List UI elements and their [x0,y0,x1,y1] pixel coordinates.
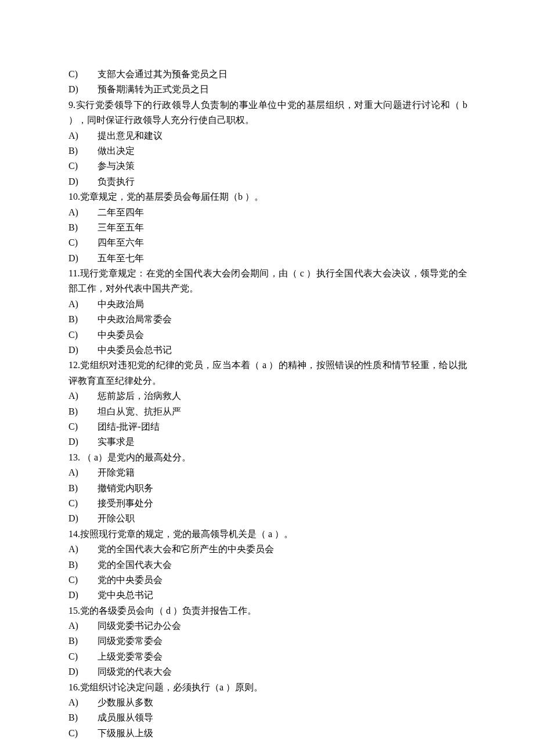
option-text: 党的全国代表大会 [98,557,467,573]
option-letter: C) [68,327,98,343]
option-letter: D) [68,588,98,603]
option-row: B)三年至五年 [68,220,467,235]
option-row: D)负责执行 [68,174,467,189]
option-row: D)预备期满转为正式党员之日 [68,82,467,97]
question-text: 11.现行党章规定：在党的全国代表大会闭会期间，由（ c ）执行全国代表大会决议… [68,266,467,297]
option-row: B)中央政治局常委会 [68,312,467,327]
option-row: C)接受刑事处分 [68,496,467,511]
option-row: C)参与决策 [68,159,467,174]
option-text: 上级党委常委会 [98,649,467,664]
option-letter: B) [68,557,98,573]
option-letter: D) [68,174,98,189]
option-row: A)同级党委书记办公会 [68,618,467,633]
option-row: B)撤销党内职务 [68,481,467,496]
option-row: C)上级党委常委会 [68,649,467,664]
option-letter: C) [68,573,98,588]
option-letter: A) [68,297,98,312]
option-letter: A) [68,128,98,143]
option-text: 中央委员会 [98,327,467,343]
option-letter: D) [68,434,98,449]
option-row: A)提出意见和建议 [68,128,467,143]
option-row: C)团结-批评-团结 [68,419,467,434]
option-row: D)五年至七年 [68,251,467,266]
option-letter: C) [68,419,98,434]
option-row: B)坦白从宽、抗拒从严 [68,404,467,419]
option-text: 坦白从宽、抗拒从严 [98,404,467,419]
option-text: 支部大会通过其为预备党员之日 [98,67,467,82]
option-row: D)中央委员会总书记 [68,343,467,358]
option-letter: B) [68,312,98,327]
option-row: D)党中央总书记 [68,588,467,603]
question-text: 15.党的各级委员会向（ d ）负责并报告工作。 [68,603,467,618]
option-letter: B) [68,143,98,159]
option-letter: C) [68,159,98,174]
option-text: 中央委员会总书记 [98,343,467,358]
option-text: 党的全国代表大会和它所产生的中央委员会 [98,542,467,557]
option-text: 少数服从多数 [98,695,467,710]
option-letter: D) [68,251,98,266]
option-text: 接受刑事处分 [98,496,467,511]
option-text: 团结-批评-团结 [98,419,467,434]
question-text: 14.按照现行党章的规定，党的最高领导机关是（ a ）。 [68,527,467,542]
option-letter: A) [68,542,98,557]
question-text: 9.实行党委领导下的行政领导人负责制的事业单位中党的基层组织，对重大问题进行讨论… [68,98,467,128]
option-text: 党的中央委员会 [98,573,467,588]
option-letter: A) [68,465,98,480]
option-row: C)党的中央委员会 [68,573,467,588]
option-text: 中央政治局常委会 [98,312,467,327]
option-row: A)党的全国代表大会和它所产生的中央委员会 [68,542,467,557]
option-text: 同级党委书记办公会 [98,618,467,633]
option-row: D)实事求是 [68,434,467,449]
option-row: B)做出决定 [68,143,467,159]
option-row: A)二年至四年 [68,205,467,220]
option-row: A)少数服从多数 [68,695,467,710]
option-letter: C) [68,726,98,741]
option-row: A)惩前毖后，治病救人 [68,388,467,404]
option-letter: C) [68,235,98,250]
option-text: 同级党委常委会 [98,633,467,649]
option-row: C)四年至六年 [68,235,467,250]
option-letter: B) [68,710,98,725]
option-letter: B) [68,404,98,419]
option-letter: A) [68,618,98,633]
option-letter: C) [68,496,98,511]
option-text: 预备期满转为正式党员之日 [98,82,467,97]
option-letter: D) [68,82,98,97]
option-text: 惩前毖后，治病救人 [98,388,467,404]
option-row: C)下级服从上级 [68,726,467,741]
option-text: 二年至四年 [98,205,467,220]
document-page: C)支部大会通过其为预备党员之日D)预备期满转为正式党员之日9.实行党委领导下的… [0,0,534,756]
option-row: D)同级党的代表大会 [68,664,467,679]
option-text: 四年至六年 [98,235,467,250]
option-row: C)支部大会通过其为预备党员之日 [68,67,467,82]
option-row: C)中央委员会 [68,327,467,343]
option-text: 五年至七年 [98,251,467,266]
question-text: 10.党章规定，党的基层委员会每届任期（b ）。 [68,189,467,204]
option-text: 党中央总书记 [98,588,467,603]
option-letter: B) [68,220,98,235]
option-text: 负责执行 [98,174,467,189]
option-text: 同级党的代表大会 [98,664,467,679]
option-text: 开除公职 [98,511,467,526]
option-letter: C) [68,67,98,82]
option-letter: C) [68,649,98,664]
option-letter: A) [68,388,98,404]
option-text: 成员服从领导 [98,710,467,725]
option-text: 下级服从上级 [98,726,467,741]
option-text: 提出意见和建议 [98,128,467,143]
option-text: 参与决策 [98,159,467,174]
option-letter: B) [68,633,98,649]
option-row: B)党的全国代表大会 [68,557,467,573]
option-letter: D) [68,664,98,679]
option-text: 做出决定 [98,143,467,159]
option-row: D)开除公职 [68,511,467,526]
option-text: 中央政治局 [98,297,467,312]
question-text: 12.党组织对违犯党的纪律的党员，应当本着（ a ）的精神，按照错误的性质和情节… [68,358,467,388]
option-text: 实事求是 [98,434,467,449]
option-letter: D) [68,511,98,526]
option-row: B)成员服从领导 [68,710,467,725]
option-text: 三年至五年 [98,220,467,235]
option-letter: D) [68,343,98,358]
option-row: B)同级党委常委会 [68,633,467,649]
question-text: 13. （ a）是党内的最高处分。 [68,450,467,465]
